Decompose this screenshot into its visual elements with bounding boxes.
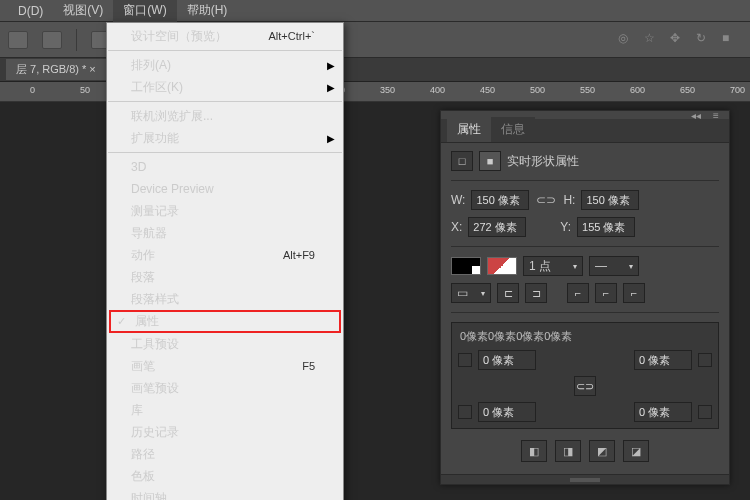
join-icon-2[interactable]: ⌐ — [595, 283, 617, 303]
collapse-icon[interactable]: ◂◂ — [687, 112, 705, 118]
panel-footer[interactable] — [441, 474, 729, 484]
corner-bl[interactable]: 0 像素 — [478, 402, 536, 422]
menu-brush-presets[interactable]: 画笔预设 — [107, 377, 343, 399]
y-label: Y: — [560, 220, 571, 234]
corner-br[interactable]: 0 像素 — [634, 402, 692, 422]
cap-icon-2[interactable]: ⊐ — [525, 283, 547, 303]
divider — [451, 180, 719, 181]
link-corners-icon[interactable]: ⊂⊃ — [574, 376, 596, 396]
intersect-icon[interactable]: ◩ — [589, 440, 615, 462]
corner-tr-toggle[interactable] — [698, 353, 712, 367]
corner-radius-group: 0像素0像素0像素0像素 0 像素 0 像素 ⊂⊃ 0 像素 0 像素 — [451, 322, 719, 429]
corner-summary: 0像素0像素0像素0像素 — [458, 329, 712, 344]
menubar: D(D) 视图(V) 窗口(W) 帮助(H) — [0, 0, 750, 22]
menu-help[interactable]: 帮助(H) — [177, 0, 238, 22]
y-field[interactable]: 155 像素 — [577, 217, 635, 237]
tool-icon-1[interactable] — [8, 31, 28, 49]
menu-browse-ext[interactable]: 联机浏览扩展... — [107, 105, 343, 127]
height-field[interactable]: 150 像素 — [581, 190, 639, 210]
align-stroke[interactable]: ▭▾ — [451, 283, 491, 303]
shape-bounds-icon[interactable]: □ — [451, 151, 473, 171]
menu-history[interactable]: 历史记录 — [107, 421, 343, 443]
stroke-width[interactable]: 1 点▾ — [523, 256, 583, 276]
menu-swatches[interactable]: 色板 — [107, 465, 343, 487]
x-label: X: — [451, 220, 462, 234]
menu-measure[interactable]: 测量记录 — [107, 200, 343, 222]
corner-bl-toggle[interactable] — [458, 405, 472, 419]
divider — [451, 312, 719, 313]
corner-br-toggle[interactable] — [698, 405, 712, 419]
stroke-style[interactable]: —▾ — [589, 256, 639, 276]
properties-panel: ◂◂ ≡ 属性 信息 □ ■ 实时形状属性 W: 150 像素 ⊂⊃ H: 15… — [440, 110, 730, 485]
combine-icon[interactable]: ◧ — [521, 440, 547, 462]
subtract-icon[interactable]: ◨ — [555, 440, 581, 462]
menu-window[interactable]: 窗口(W) — [113, 0, 176, 22]
menu-timeline[interactable]: 时间轴 — [107, 487, 343, 500]
menu-view[interactable]: 视图(V) — [53, 0, 113, 22]
menu-icon[interactable]: ≡ — [707, 112, 725, 118]
menu-tool-presets[interactable]: 工具预设 — [107, 333, 343, 355]
menu-design-space[interactable]: 设计空间（预览）Alt+Ctrl+` — [107, 25, 343, 47]
menu-d[interactable]: D(D) — [8, 1, 53, 21]
menu-navigator[interactable]: 导航器 — [107, 222, 343, 244]
menu-3d[interactable]: 3D — [107, 156, 343, 178]
window-menu-dropdown: 设计空间（预览）Alt+Ctrl+` 排列(A)▶ 工作区(K)▶ 联机浏览扩展… — [106, 22, 344, 500]
shape-title: 实时形状属性 — [507, 153, 579, 170]
menu-extensions[interactable]: 扩展功能▶ — [107, 127, 343, 149]
divider — [451, 246, 719, 247]
menu-paragraph[interactable]: 段落 — [107, 266, 343, 288]
pathfinder-row: ◧ ◨ ◩ ◪ — [451, 436, 719, 466]
menu-library[interactable]: 库 — [107, 399, 343, 421]
h-label: H: — [563, 193, 575, 207]
menu-properties[interactable]: ✓属性 — [109, 310, 341, 333]
separator — [108, 101, 342, 102]
opt-icon-2[interactable]: ☆ — [644, 31, 664, 49]
menu-brushes[interactable]: 画笔F5 — [107, 355, 343, 377]
menu-paragraph-styles[interactable]: 段落样式 — [107, 288, 343, 310]
opt-icon-3[interactable]: ✥ — [670, 31, 690, 49]
shape-type-row: □ ■ 实时形状属性 — [451, 151, 719, 171]
panel-tabs: 属性 信息 — [441, 119, 729, 143]
separator — [108, 50, 342, 51]
menu-actions[interactable]: 动作Alt+F9 — [107, 244, 343, 266]
x-field[interactable]: 272 像素 — [468, 217, 526, 237]
exclude-icon[interactable]: ◪ — [623, 440, 649, 462]
opt-icon-5[interactable]: ■ — [722, 31, 742, 49]
corner-tl[interactable]: 0 像素 — [478, 350, 536, 370]
opt-icon-4[interactable]: ↻ — [696, 31, 716, 49]
fill-swatch[interactable] — [451, 257, 481, 275]
join-icon[interactable]: ⌐ — [567, 283, 589, 303]
opt-icon-1[interactable]: ◎ — [618, 31, 638, 49]
shape-mask-icon[interactable]: ■ — [479, 151, 501, 171]
doc-tab[interactable]: 层 7, RGB/8) * × — [6, 59, 106, 80]
join-icon-3[interactable]: ⌐ — [623, 283, 645, 303]
corner-tl-toggle[interactable] — [458, 353, 472, 367]
cap-icon[interactable]: ⊏ — [497, 283, 519, 303]
width-field[interactable]: 150 像素 — [471, 190, 529, 210]
w-label: W: — [451, 193, 465, 207]
tab-properties[interactable]: 属性 — [447, 117, 491, 142]
corner-tr[interactable]: 0 像素 — [634, 350, 692, 370]
menu-device-preview[interactable]: Device Preview — [107, 178, 343, 200]
menu-arrange[interactable]: 排列(A)▶ — [107, 54, 343, 76]
link-wh-icon[interactable]: ⊂⊃ — [535, 190, 557, 210]
menu-paths[interactable]: 路径 — [107, 443, 343, 465]
tab-info[interactable]: 信息 — [491, 117, 535, 142]
stroke-swatch[interactable] — [487, 257, 517, 275]
menu-workspace[interactable]: 工作区(K)▶ — [107, 76, 343, 98]
separator — [108, 152, 342, 153]
tool-icon-2[interactable] — [42, 31, 62, 49]
separator — [76, 29, 77, 51]
